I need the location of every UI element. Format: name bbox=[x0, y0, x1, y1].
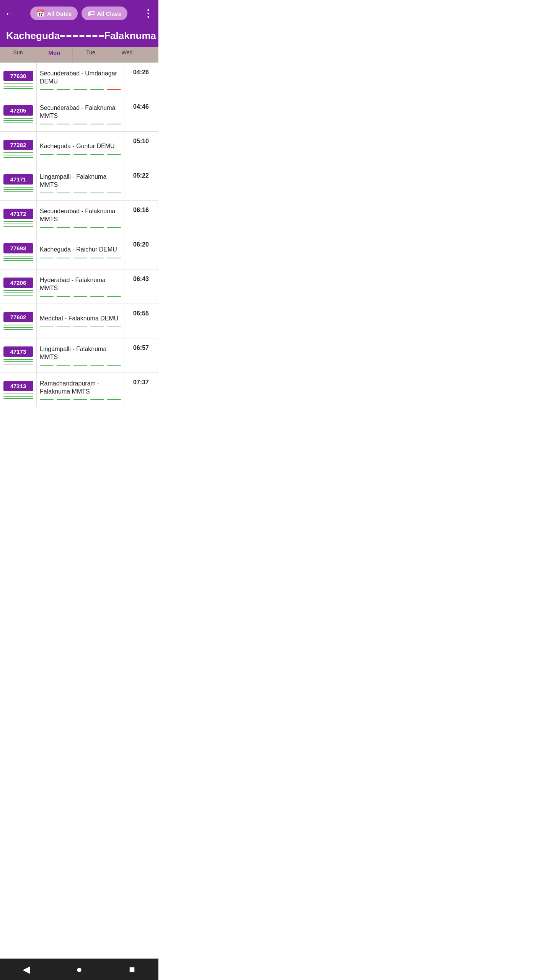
day-sun[interactable]: Sun bbox=[0, 47, 36, 62]
train-name: Hyderabad - Falaknuma MMTS bbox=[40, 276, 121, 292]
departure-time: 04:46 bbox=[133, 103, 149, 110]
day-tue[interactable]: Tue bbox=[73, 47, 109, 62]
day-line bbox=[40, 258, 54, 258]
green-line bbox=[3, 191, 33, 192]
day-line bbox=[90, 154, 104, 155]
train-number-badge: 77630 bbox=[3, 71, 33, 81]
green-line bbox=[3, 189, 33, 190]
train-row[interactable]: 47206 Hyderabad - Falaknuma MMTS 06:43 0… bbox=[0, 270, 158, 304]
day-line bbox=[73, 154, 87, 155]
route-from: Kacheguda bbox=[6, 30, 60, 42]
filter-buttons: 📅 All Dates 🏷 All Class bbox=[30, 7, 127, 20]
departure-cell: 06:55 bbox=[124, 304, 158, 338]
departure-cell: 04:26 bbox=[124, 63, 158, 97]
green-line bbox=[3, 398, 33, 399]
departure-time: 05:22 bbox=[133, 172, 149, 179]
back-button[interactable]: ← bbox=[5, 8, 15, 20]
green-line bbox=[3, 361, 33, 362]
green-line bbox=[3, 187, 33, 188]
train-row[interactable]: 77630 Secunderabad - Umdanagar DEMU 04:2… bbox=[0, 63, 158, 97]
day-line bbox=[40, 365, 54, 366]
departure-time: 06:43 bbox=[133, 276, 149, 283]
train-row[interactable]: 47171 Lingampalli - Falaknuma MMTS 05:22… bbox=[0, 166, 158, 201]
destination-cell: 06:30 GN 5 bbox=[158, 201, 158, 235]
green-line bbox=[3, 329, 33, 330]
train-number-cell: 77630 bbox=[0, 63, 36, 97]
day-line bbox=[107, 89, 121, 90]
day-line bbox=[40, 296, 54, 297]
day-line bbox=[57, 193, 70, 193]
day-indicators bbox=[40, 258, 121, 258]
day-line bbox=[90, 258, 104, 258]
train-row[interactable]: 47205 Secunderabad - Falaknuma MMTS 04:4… bbox=[0, 97, 158, 132]
day-line bbox=[40, 193, 54, 193]
green-line bbox=[3, 327, 33, 328]
departure-cell: 05:10 bbox=[124, 132, 158, 166]
day-line bbox=[107, 327, 121, 327]
route-header: Kacheguda Falaknuma bbox=[0, 27, 158, 47]
departure-time: 07:37 bbox=[133, 379, 149, 386]
train-name-cell: Kacheguda - Raichur DEMU bbox=[36, 235, 124, 269]
train-number-badge: 77693 bbox=[3, 243, 33, 253]
green-lines bbox=[3, 359, 33, 364]
green-line bbox=[3, 88, 33, 89]
destination-cell: 05:42 GN 5 bbox=[158, 166, 158, 200]
train-number-cell: 77693 bbox=[0, 235, 36, 269]
day-line bbox=[73, 399, 87, 400]
departure-time: 06:57 bbox=[133, 345, 149, 351]
train-number-badge: 47205 bbox=[3, 105, 33, 116]
destination-cell: 04:43 GN 5 bbox=[158, 63, 158, 97]
day-line bbox=[40, 124, 54, 124]
day-wed[interactable]: Wed bbox=[109, 47, 145, 62]
day-indicators bbox=[40, 296, 121, 297]
day-line bbox=[57, 154, 70, 155]
train-name: Secunderabad - Umdanagar DEMU bbox=[40, 70, 121, 86]
green-line bbox=[3, 152, 33, 153]
day-line bbox=[57, 365, 70, 366]
route-arrow bbox=[60, 35, 104, 37]
green-lines bbox=[3, 152, 33, 158]
train-row[interactable]: 47173 Lingampalli - Falaknuma MMTS 06:57… bbox=[0, 338, 158, 373]
departure-time: 06:20 bbox=[133, 241, 149, 248]
green-line bbox=[3, 120, 33, 121]
day-line bbox=[40, 89, 54, 90]
green-line bbox=[3, 295, 33, 296]
all-dates-button[interactable]: 📅 All Dates bbox=[30, 7, 78, 20]
departure-cell: 06:16 bbox=[124, 201, 158, 235]
train-name-cell: Medchal - Falaknuma DEMU bbox=[36, 304, 124, 338]
day-thu[interactable]: Thu bbox=[145, 47, 158, 62]
green-lines bbox=[3, 394, 33, 399]
train-row[interactable]: 47172 Secunderabad - Falaknuma MMTS 06:1… bbox=[0, 201, 158, 235]
green-line bbox=[3, 86, 33, 87]
day-line bbox=[40, 399, 54, 400]
green-line bbox=[3, 325, 33, 325]
departure-cell: 07:37 bbox=[124, 373, 158, 407]
train-number-cell: 77282 bbox=[0, 132, 36, 166]
day-line bbox=[57, 399, 70, 400]
all-class-button[interactable]: 🏷 All Class bbox=[82, 7, 127, 20]
train-number-cell: 47206 bbox=[0, 270, 36, 304]
day-line bbox=[73, 258, 87, 258]
train-row[interactable]: 77282 Kacheguda - Guntur DEMU 05:10 05:2… bbox=[0, 132, 158, 166]
days-header: Sun Mon Tue Wed Thu FriDep SatDest bbox=[0, 47, 158, 63]
day-line bbox=[90, 193, 104, 193]
green-lines bbox=[3, 290, 33, 296]
train-name: Kacheguda - Raichur DEMU bbox=[40, 246, 121, 254]
train-number-cell: 47213 bbox=[0, 373, 36, 407]
day-indicators bbox=[40, 154, 121, 155]
train-list: 77630 Secunderabad - Umdanagar DEMU 04:2… bbox=[0, 63, 158, 407]
green-line bbox=[3, 260, 33, 261]
day-indicators bbox=[40, 327, 121, 327]
train-name: Secunderabad - Falaknuma MMTS bbox=[40, 207, 121, 224]
day-mon[interactable]: Mon bbox=[36, 47, 73, 62]
train-name: Secunderabad - Falaknuma MMTS bbox=[40, 104, 121, 120]
green-line bbox=[3, 221, 33, 222]
day-line bbox=[107, 399, 121, 400]
train-row[interactable]: 77693 Kacheguda - Raichur DEMU 06:20 06:… bbox=[0, 235, 158, 270]
train-row[interactable]: 47213 Ramachandrapuram - Falaknuma MMTS … bbox=[0, 373, 158, 407]
train-number-badge: 47213 bbox=[3, 381, 33, 391]
more-button[interactable]: ⋮ bbox=[143, 8, 154, 20]
train-row[interactable]: 77602 Medchal - Falaknuma DEMU 06:55 07:… bbox=[0, 304, 158, 338]
day-indicators bbox=[40, 399, 121, 400]
train-name-cell: Secunderabad - Umdanagar DEMU bbox=[36, 63, 124, 97]
